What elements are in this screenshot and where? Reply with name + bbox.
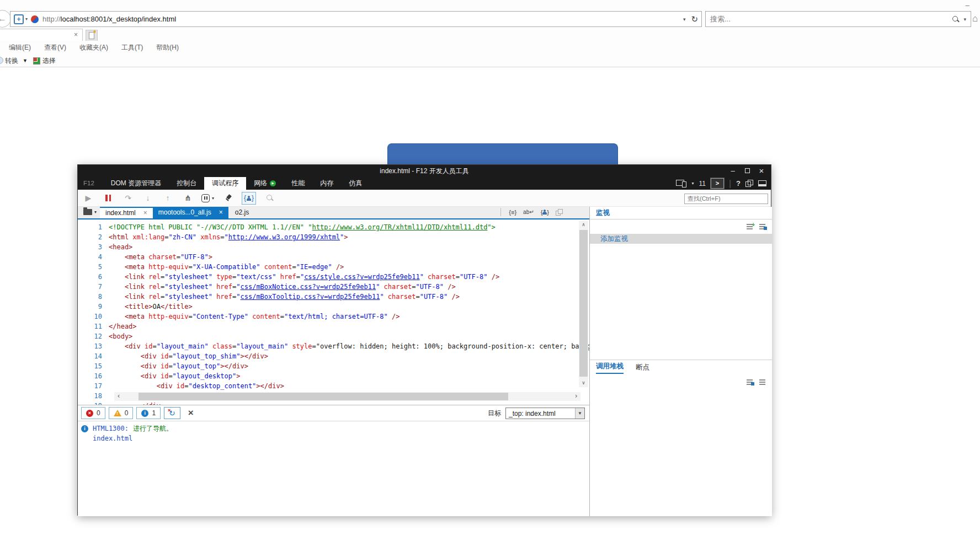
line-number[interactable]: 3: [78, 242, 109, 252]
menu-item[interactable]: 帮助(H): [156, 43, 179, 52]
tool-tab[interactable]: 调试程序: [204, 177, 246, 190]
line-number[interactable]: 5: [78, 262, 109, 272]
tool-tab[interactable]: 性能: [284, 177, 312, 190]
browser-tab[interactable]: ×: [0, 29, 83, 41]
code-editor[interactable]: 1<!DOCTYPE html PUBLIC "-//W3C//DTD XHTM…: [78, 219, 589, 405]
vertical-scrollbar[interactable]: ∧ ∨: [579, 221, 588, 387]
device-emulation-icon[interactable]: [676, 180, 686, 188]
step-out-button[interactable]: ↑: [162, 191, 174, 205]
window-minimize-button[interactable]: –: [961, 1, 973, 9]
unpin-window-icon[interactable]: [745, 180, 753, 187]
break-on-new-worker-button[interactable]: ⋔: [182, 191, 194, 205]
tool-tab[interactable]: 内存: [312, 177, 341, 190]
vertical-scroll-thumb[interactable]: [579, 230, 588, 377]
just-my-code-icon[interactable]: {}: [541, 209, 549, 216]
collapse-watch-icon[interactable]: [759, 223, 766, 229]
line-number[interactable]: 4: [78, 252, 109, 262]
devtools-close-button[interactable]: ×: [754, 165, 769, 177]
line-number[interactable]: 6: [78, 272, 109, 282]
file-tab[interactable]: index.html×: [100, 207, 153, 218]
document-mode[interactable]: 11: [699, 180, 705, 188]
line-number[interactable]: 2: [78, 232, 109, 242]
search-dropdown-icon[interactable]: ▾: [963, 17, 966, 22]
convert-button[interactable]: 转换: [5, 56, 18, 66]
error-filter-button[interactable]: × 0: [81, 407, 105, 419]
line-number[interactable]: 12: [78, 331, 109, 341]
file-tab[interactable]: o2.js: [228, 207, 255, 218]
line-number[interactable]: 17: [78, 381, 109, 391]
line-number[interactable]: 19: [78, 401, 109, 405]
find-input[interactable]: 查找(Ctrl+F): [684, 194, 768, 204]
line-number[interactable]: 13: [78, 341, 109, 351]
file-tab-close-icon[interactable]: ×: [143, 208, 147, 218]
device-dropdown-icon[interactable]: ▾: [691, 181, 694, 186]
tool-tab[interactable]: 网络▶: [246, 177, 284, 190]
new-tab-button[interactable]: [86, 30, 98, 41]
file-tab-close-icon[interactable]: ×: [219, 207, 223, 218]
select-button[interactable]: 选择: [42, 56, 56, 66]
add-watch-icon[interactable]: +: [747, 223, 754, 229]
refresh-icon[interactable]: ↻: [691, 14, 698, 24]
line-number[interactable]: 14: [78, 351, 109, 361]
scroll-up-icon[interactable]: ∧: [579, 221, 588, 229]
horizontal-scrollbar[interactable]: ‹ ›: [114, 392, 580, 401]
menu-item[interactable]: 收藏夹(A): [79, 43, 108, 52]
word-wrap-icon[interactable]: ab↵: [523, 209, 534, 215]
line-number[interactable]: 7: [78, 282, 109, 292]
tab-breakpoints[interactable]: 断点: [636, 363, 649, 374]
step-over-button[interactable]: ↷: [122, 191, 134, 205]
break-pause-button[interactable]: [102, 191, 114, 205]
target-dropdown-icon[interactable]: ▼: [575, 408, 584, 419]
addon-icon[interactable]: [0, 57, 3, 64]
scroll-left-icon[interactable]: ‹: [114, 392, 123, 401]
source-map-icon[interactable]: [556, 209, 562, 215]
menu-item[interactable]: 工具(T): [121, 43, 143, 52]
clear-on-navigate-button[interactable]: ↻×: [164, 407, 180, 419]
tool-tab[interactable]: 仿真: [341, 177, 370, 190]
line-number[interactable]: 18: [78, 391, 109, 401]
continue-button[interactable]: ▶: [82, 191, 94, 205]
file-tab[interactable]: mootools...0_all.js×: [153, 207, 228, 218]
dock-window-icon[interactable]: [758, 180, 766, 186]
info-filter-button[interactable]: i 1: [136, 407, 161, 419]
devtools-titlebar[interactable]: index.html - F12 开发人员工具 – ×: [78, 165, 771, 177]
menu-item[interactable]: 查看(V): [44, 43, 66, 52]
target-select[interactable]: _top: index.html ▼: [505, 408, 585, 419]
line-number[interactable]: 8: [78, 292, 109, 302]
exception-control-button[interactable]: ▾: [201, 191, 214, 205]
search-box[interactable]: 搜索... ▾: [705, 11, 971, 27]
clear-console-button[interactable]: ×: [188, 408, 194, 419]
compatibility-badge-icon[interactable]: +: [14, 14, 24, 24]
url-text[interactable]: http://localhost:8001/x_desktop/index.ht…: [42, 15, 683, 23]
find-in-files-icon[interactable]: [264, 191, 276, 205]
line-number[interactable]: 16: [78, 371, 109, 381]
help-icon[interactable]: ?: [736, 179, 741, 188]
convert-dropdown-icon[interactable]: ▼: [23, 58, 28, 63]
just-my-code-toggle[interactable]: {}: [242, 192, 256, 205]
line-number[interactable]: 10: [78, 312, 109, 322]
pin-source-button[interactable]: [222, 191, 234, 205]
warning-filter-button[interactable]: ! 0: [109, 407, 134, 419]
badge-dropdown-icon[interactable]: ▾: [25, 17, 28, 22]
line-number[interactable]: 11: [78, 322, 109, 331]
line-number[interactable]: 1: [78, 222, 109, 232]
horizontal-scroll-thumb[interactable]: [139, 393, 508, 400]
format-code-icon[interactable]: {≡}: [509, 209, 516, 216]
step-into-button[interactable]: ↓: [142, 191, 154, 205]
address-bar[interactable]: + ▾ http://localhost:8001/x_desktop/inde…: [10, 11, 702, 27]
tab-callstack[interactable]: 调用堆栈: [596, 362, 624, 374]
tool-tab[interactable]: DOM 资源管理器: [103, 177, 169, 190]
message-source-link[interactable]: index.html: [93, 433, 589, 443]
devtools-maximize-button[interactable]: [740, 165, 754, 177]
show-console-button[interactable]: >: [711, 178, 724, 189]
address-dropdown-icon[interactable]: ▾: [683, 17, 686, 22]
callstack-frames-icon[interactable]: [747, 379, 754, 385]
back-button[interactable]: ←: [0, 10, 11, 28]
search-icon[interactable]: [952, 15, 960, 23]
open-file-button[interactable]: ▾: [83, 209, 97, 215]
devtools-minimize-button[interactable]: –: [726, 165, 740, 177]
line-number[interactable]: 15: [78, 361, 109, 371]
home-icon[interactable]: ⌂: [972, 13, 978, 24]
scroll-down-icon[interactable]: ∨: [579, 379, 588, 387]
scroll-right-icon[interactable]: ›: [572, 392, 580, 401]
